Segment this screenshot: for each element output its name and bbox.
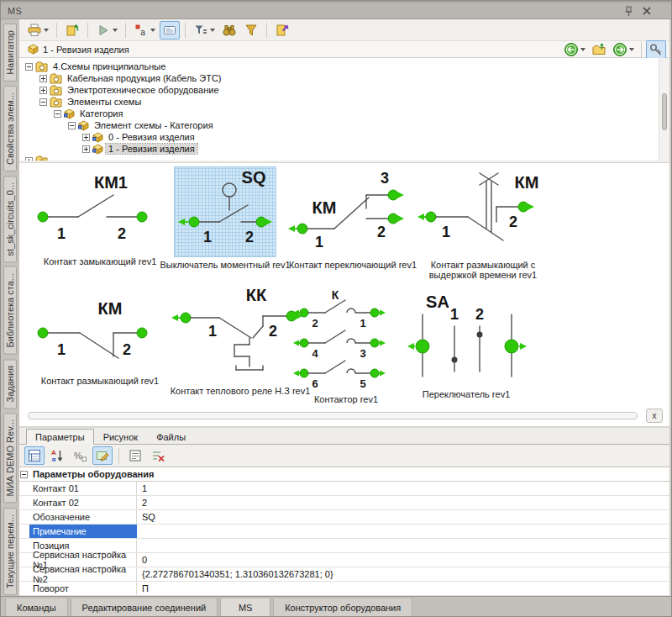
tab-files[interactable]: Файлы bbox=[147, 429, 195, 445]
property-name[interactable]: Контакт 02 bbox=[29, 496, 137, 509]
tree-item-schemes[interactable]: 4.Схемы принципиальные bbox=[19, 61, 659, 72]
mode-tab-connection-editing[interactable]: Редактирование соединений bbox=[71, 599, 218, 616]
sort-alphabetical-button[interactable]: Ая bbox=[47, 446, 67, 465]
property-name[interactable]: Обозначение bbox=[29, 510, 137, 524]
collapse-icon[interactable] bbox=[54, 110, 61, 118]
property-name[interactable]: Примечание bbox=[29, 525, 137, 538]
property-name[interactable]: Поворот bbox=[29, 582, 137, 595]
symbol-tile-nc-contact[interactable]: КМ 1 2 Контакт размыкающий rev1 bbox=[28, 289, 172, 386]
property-value[interactable] bbox=[137, 525, 669, 538]
property-group-row[interactable]: Параметры оборудования bbox=[19, 467, 669, 482]
sidebar-tab-tasks[interactable]: Задания bbox=[3, 359, 17, 409]
sidebar-tab-library[interactable]: Библиотека ста... bbox=[3, 266, 17, 355]
revision-selector-row[interactable]: 1 - Ревизия изделия bbox=[19, 41, 669, 58]
sort-marker-button[interactable]: a bbox=[131, 21, 158, 40]
dropdown-caret-icon bbox=[44, 29, 49, 32]
percent-settings-button[interactable]: % bbox=[70, 446, 90, 465]
expand-icon[interactable] bbox=[39, 87, 47, 94]
close-x-button[interactable]: x bbox=[646, 409, 663, 423]
find-button[interactable] bbox=[219, 21, 239, 40]
collapse-icon[interactable] bbox=[68, 122, 76, 129]
edit-mode-button[interactable] bbox=[92, 446, 113, 465]
property-value[interactable] bbox=[137, 539, 669, 552]
property-row[interactable]: Обозначение SQ bbox=[19, 510, 669, 525]
symbol-tile-nc-time-delay[interactable]: КМ 1 2 Контакт размыкающий с выдержкой в… bbox=[414, 170, 552, 280]
tree-item-electro[interactable]: Электротехническое оборудование bbox=[19, 84, 659, 96]
filter-settings-button[interactable] bbox=[191, 21, 218, 40]
export-button[interactable] bbox=[272, 21, 292, 40]
sidebar-tab-mia-demo[interactable]: МИА DEMO Rev... bbox=[3, 413, 17, 503]
collapse-icon[interactable] bbox=[39, 98, 47, 106]
symbol-caption: Контакт замыкающий rev1 bbox=[28, 256, 172, 266]
property-value[interactable]: 0 bbox=[137, 553, 669, 567]
tree-item-label: 0 - Ревизия изделия bbox=[106, 132, 197, 142]
expand-icon[interactable] bbox=[82, 145, 90, 153]
funnel-filter-button[interactable] bbox=[241, 21, 261, 40]
tab-parameters[interactable]: Параметры bbox=[26, 429, 94, 445]
tree-item-cables[interactable]: Кабельная продукция (Кабель ЭТС) bbox=[19, 72, 659, 84]
mode-tab-ms[interactable]: MS bbox=[220, 599, 270, 616]
forward-button[interactable] bbox=[610, 40, 637, 59]
close-icon[interactable] bbox=[641, 5, 653, 17]
symbol-tile-contactor[interactable]: К 2 1 4 3 6 bbox=[291, 289, 401, 404]
nc-time-delay-symbol: КМ 1 2 bbox=[416, 170, 550, 254]
run-button[interactable] bbox=[93, 21, 120, 40]
tree-item-scheme-elements[interactable]: Элементы схемы bbox=[19, 96, 659, 108]
property-row[interactable]: Поворот П bbox=[19, 582, 669, 596]
symbol-tag-text: КМ1 bbox=[94, 173, 128, 192]
property-value[interactable]: SQ bbox=[137, 510, 669, 524]
back-button[interactable] bbox=[561, 40, 588, 59]
expand-icon[interactable] bbox=[25, 157, 33, 161]
expand-icon[interactable] bbox=[82, 134, 90, 141]
print-button[interactable] bbox=[24, 21, 51, 40]
property-pages-button[interactable] bbox=[125, 446, 145, 465]
dropdown-caret-icon bbox=[580, 48, 585, 51]
export-icon bbox=[275, 23, 290, 38]
symbol-tag-text: К bbox=[332, 289, 339, 302]
sidebar-tab-current-vars[interactable]: Текущие перем... bbox=[3, 508, 17, 595]
terminal-number: 2 bbox=[245, 229, 254, 245]
pin-icon[interactable] bbox=[622, 5, 634, 17]
refresh-button[interactable] bbox=[62, 21, 82, 40]
symbol-tile-selector-switch[interactable]: SA 1 2 Переключатель rev1 bbox=[399, 289, 533, 399]
symbol-tile-momentary-switch-selected[interactable]: SQ 1 2 Выключатель моментный rev1 bbox=[152, 166, 298, 270]
categorized-view-button[interactable] bbox=[24, 446, 45, 465]
folder-search-icon bbox=[50, 85, 62, 96]
collapse-icon[interactable] bbox=[25, 63, 33, 71]
property-name[interactable]: Контакт 01 bbox=[29, 482, 137, 495]
collapse-icon[interactable] bbox=[20, 471, 28, 478]
printer-icon bbox=[27, 23, 42, 38]
property-row[interactable]: Контакт 01 1 bbox=[19, 482, 669, 496]
tab-drawing[interactable]: Рисунок bbox=[94, 429, 148, 445]
property-value[interactable]: 2 bbox=[137, 496, 669, 509]
folder-up-button[interactable] bbox=[589, 40, 609, 59]
tree-scrollbar-thumb[interactable] bbox=[662, 93, 667, 130]
symbols-horizontal-scrollbar[interactable] bbox=[28, 412, 638, 419]
tree-scrollbar[interactable] bbox=[659, 58, 669, 161]
tree-item-clipped[interactable] bbox=[19, 155, 659, 161]
key-toggle-button[interactable] bbox=[646, 40, 666, 59]
property-value[interactable]: 1 bbox=[137, 482, 669, 495]
tree-item-category[interactable]: Категория bbox=[19, 108, 659, 119]
tree-item-revision-0[interactable]: 0 - Ревизия изделия bbox=[19, 131, 659, 143]
property-row[interactable]: Сервисная настройка №2 {2.27278670134035… bbox=[19, 567, 669, 582]
symbol-caption: Выключатель моментный rev1 bbox=[152, 260, 298, 270]
tree-item-element-category[interactable]: Элемент схемы - Категория bbox=[19, 119, 659, 131]
property-value[interactable]: П bbox=[137, 582, 669, 595]
mode-tab-equipment-designer[interactable]: Конструктор оборудования bbox=[273, 599, 412, 616]
mode-tab-commands[interactable]: Команды bbox=[5, 599, 68, 616]
symbol-tile-changeover-contact[interactable]: КМ 1 2 3 Контакт переключающий rev1 bbox=[285, 170, 421, 270]
property-row-selected[interactable]: Примечание bbox=[19, 525, 669, 539]
reset-values-button[interactable] bbox=[148, 446, 168, 465]
property-name[interactable]: Сервисная настройка №2 bbox=[29, 567, 137, 581]
sidebar-tab-navigator[interactable]: Навигатор bbox=[3, 24, 17, 82]
property-value[interactable]: {2.272786701340351; 1.310360132673281; 0… bbox=[137, 567, 669, 581]
sidebar-tab-properties[interactable]: Свойства элем... bbox=[3, 86, 17, 171]
card-view-toggle[interactable] bbox=[160, 21, 180, 40]
symbol-tile-no-contact[interactable]: КМ1 1 2 Контакт замыкающий rev1 bbox=[28, 170, 172, 266]
selector-switch-symbol: SA 1 2 bbox=[399, 289, 533, 383]
sidebar-tab-st-sk-circuits[interactable]: st_sk_circuits_0... bbox=[3, 176, 17, 262]
tree-item-revision-1[interactable]: 1 - Ревизия изделия bbox=[19, 143, 659, 155]
expand-icon[interactable] bbox=[39, 75, 47, 82]
property-row[interactable]: Контакт 02 2 bbox=[19, 496, 669, 510]
